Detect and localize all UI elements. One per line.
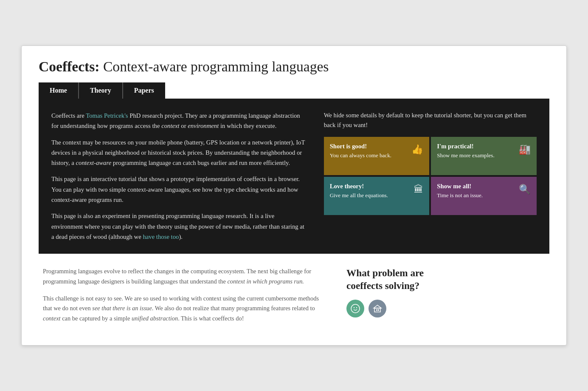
- choice-theory[interactable]: Love theory! Give me all the equations. …: [324, 177, 430, 215]
- main-p2: This challenge is not easy to see. We ar…: [43, 294, 321, 324]
- tab-home[interactable]: Home: [39, 82, 79, 99]
- main-p1: Programming languages evolve to reflect …: [43, 266, 321, 287]
- hero-left: Coeffects are Tomas Petricek's PhD resea…: [51, 110, 307, 242]
- choice-short[interactable]: Short is good! You can always come back.…: [324, 137, 430, 175]
- choice-practical-title: I'm practical!: [437, 143, 515, 150]
- choice-showall-text: Show me all! Time is not an issue.: [437, 183, 515, 199]
- choice-showall[interactable]: Show me all! Time is not an issue. 🔍: [431, 177, 537, 215]
- hero-p3: This page is an interactive tutorial tha…: [51, 174, 307, 205]
- svg-point-2: [356, 307, 357, 308]
- choice-showall-title: Show me all!: [437, 183, 515, 190]
- svg-rect-6: [378, 309, 379, 311]
- hero-p2: The context may be resources on your mob…: [51, 137, 307, 168]
- hero-right: We hide some details by default to keep …: [324, 110, 537, 242]
- hero-p1: Coeffects are Tomas Petricek's PhD resea…: [51, 110, 307, 131]
- smile-icon: [351, 304, 360, 313]
- choice-theory-text: Love theory! Give me all the equations.: [330, 183, 411, 199]
- choice-short-title: Short is good!: [330, 143, 408, 150]
- factory-icon: 🏭: [519, 144, 531, 155]
- choice-showall-desc: Time is not an issue.: [437, 192, 515, 199]
- main-content: Programming languages evolve to reflect …: [39, 254, 549, 328]
- main-right: What problem arecoeffects solving?: [346, 266, 545, 324]
- svg-marker-4: [374, 305, 381, 308]
- thumbs-up-icon: 👍: [411, 144, 423, 155]
- icon-row: [346, 300, 545, 317]
- gray-circle-icon[interactable]: [369, 300, 386, 317]
- choice-short-text: Short is good! You can always come back.: [330, 143, 408, 159]
- hero-right-intro: We hide some details by default to keep …: [324, 110, 537, 130]
- search-icon: 🔍: [519, 184, 531, 195]
- choice-practical[interactable]: I'm practical! Show me more examples. 🏭: [431, 137, 537, 175]
- tomas-link[interactable]: Tomas Petricek's: [86, 112, 128, 119]
- page-title: Coeffects: Context-aware programming lan…: [39, 59, 549, 75]
- choice-practical-text: I'm practical! Show me more examples.: [437, 143, 515, 159]
- building-icon: [373, 304, 382, 313]
- svg-point-1: [354, 307, 354, 308]
- green-circle-icon[interactable]: [346, 300, 364, 317]
- choice-grid: Short is good! You can always come back.…: [324, 137, 537, 215]
- tab-papers[interactable]: Papers: [123, 82, 165, 99]
- main-left: Programming languages evolve to reflect …: [43, 266, 321, 324]
- page-container: Coeffects: Context-aware programming lan…: [21, 45, 567, 346]
- columns-icon: 🏛: [414, 184, 423, 195]
- choice-theory-title: Love theory!: [330, 183, 411, 190]
- have-those-too-link[interactable]: have those too: [143, 233, 179, 240]
- tab-theory[interactable]: Theory: [79, 82, 123, 99]
- hero-p4: This page is also an experiment in prese…: [51, 211, 307, 242]
- choice-short-desc: You can always come back.: [330, 152, 408, 159]
- hero-section: Coeffects are Tomas Petricek's PhD resea…: [39, 99, 549, 254]
- choice-practical-desc: Show me more examples.: [437, 152, 515, 159]
- svg-point-0: [351, 304, 360, 313]
- choice-theory-desc: Give me all the equations.: [330, 192, 411, 199]
- title-bold: Coeffects:: [39, 59, 100, 74]
- svg-rect-5: [376, 309, 377, 311]
- title-rest: Context-aware programming languages: [100, 59, 329, 74]
- sidebar-heading: What problem arecoeffects solving?: [346, 266, 545, 292]
- nav-tabs: Home Theory Papers: [39, 82, 549, 99]
